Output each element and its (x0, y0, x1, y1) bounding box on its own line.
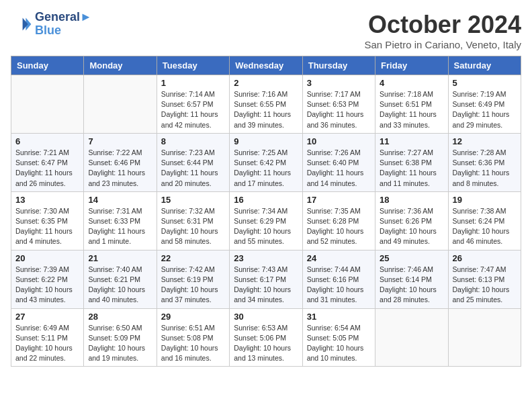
calendar-cell: 23Sunrise: 7:43 AMSunset: 6:17 PMDayligh… (230, 250, 302, 308)
calendar-cell: 21Sunrise: 7:40 AMSunset: 6:21 PMDayligh… (84, 250, 157, 308)
day-number: 21 (88, 253, 152, 263)
day-number: 28 (88, 312, 152, 322)
calendar-cell (11, 75, 84, 134)
day-info: Sunrise: 7:17 AMSunset: 6:53 PMDaylight:… (307, 89, 371, 130)
weekday-header-sunday: Sunday (11, 56, 84, 75)
logo: General► Blue (11, 11, 92, 38)
calendar-cell: 27Sunrise: 6:49 AMSunset: 5:11 PMDayligh… (11, 308, 84, 367)
day-info: Sunrise: 7:46 AMSunset: 6:14 PMDaylight:… (380, 265, 443, 306)
day-info: Sunrise: 6:51 AMSunset: 5:08 PMDaylight:… (161, 323, 225, 364)
calendar-cell: 4Sunrise: 7:18 AMSunset: 6:51 PMDaylight… (375, 75, 448, 134)
calendar-cell: 16Sunrise: 7:34 AMSunset: 6:29 PMDayligh… (230, 191, 302, 250)
day-info: Sunrise: 7:23 AMSunset: 6:44 PMDaylight:… (161, 148, 225, 189)
calendar-cell (84, 75, 157, 134)
day-number: 15 (161, 195, 225, 205)
day-number: 19 (453, 195, 517, 205)
calendar-body: 1Sunrise: 7:14 AMSunset: 6:57 PMDaylight… (11, 75, 521, 367)
day-number: 6 (15, 136, 79, 146)
calendar-cell: 7Sunrise: 7:22 AMSunset: 6:46 PMDaylight… (84, 133, 157, 191)
calendar-cell: 25Sunrise: 7:46 AMSunset: 6:14 PMDayligh… (375, 250, 448, 308)
calendar-cell: 26Sunrise: 7:47 AMSunset: 6:13 PMDayligh… (448, 250, 521, 308)
day-number: 20 (15, 253, 79, 263)
calendar-cell: 3Sunrise: 7:17 AMSunset: 6:53 PMDaylight… (302, 75, 375, 134)
day-number: 8 (161, 136, 225, 146)
day-number: 29 (161, 312, 225, 322)
day-info: Sunrise: 7:38 AMSunset: 6:24 PMDaylight:… (453, 206, 517, 247)
calendar-cell: 1Sunrise: 7:14 AMSunset: 6:57 PMDaylight… (157, 75, 229, 134)
calendar-cell: 14Sunrise: 7:31 AMSunset: 6:33 PMDayligh… (84, 191, 157, 250)
day-number: 27 (15, 312, 79, 322)
day-info: Sunrise: 7:40 AMSunset: 6:21 PMDaylight:… (88, 265, 152, 306)
calendar-cell (448, 308, 521, 367)
day-number: 10 (307, 136, 371, 146)
calendar-cell: 12Sunrise: 7:28 AMSunset: 6:36 PMDayligh… (448, 133, 521, 191)
weekday-header-wednesday: Wednesday (230, 56, 302, 75)
day-info: Sunrise: 7:39 AMSunset: 6:22 PMDaylight:… (15, 265, 79, 306)
page-header: General► Blue October 2024 San Pietro in… (11, 11, 521, 50)
week-row-1: 1Sunrise: 7:14 AMSunset: 6:57 PMDaylight… (11, 75, 521, 134)
calendar-cell: 22Sunrise: 7:42 AMSunset: 6:19 PMDayligh… (157, 250, 229, 308)
day-info: Sunrise: 7:22 AMSunset: 6:46 PMDaylight:… (88, 148, 152, 189)
day-number: 22 (161, 253, 225, 263)
week-row-5: 27Sunrise: 6:49 AMSunset: 5:11 PMDayligh… (11, 308, 521, 367)
day-number: 1 (161, 78, 225, 88)
day-info: Sunrise: 7:16 AMSunset: 6:55 PMDaylight:… (234, 89, 298, 130)
weekday-header-row: SundayMondayTuesdayWednesdayThursdayFrid… (11, 56, 521, 75)
day-number: 26 (453, 253, 517, 263)
calendar-cell: 18Sunrise: 7:36 AMSunset: 6:26 PMDayligh… (375, 191, 448, 250)
day-number: 9 (234, 136, 298, 146)
day-number: 24 (307, 253, 371, 263)
day-info: Sunrise: 7:47 AMSunset: 6:13 PMDaylight:… (453, 265, 517, 306)
day-info: Sunrise: 7:14 AMSunset: 6:57 PMDaylight:… (161, 89, 225, 130)
day-number: 7 (88, 136, 152, 146)
logo-icon (11, 13, 32, 35)
calendar-cell: 10Sunrise: 7:26 AMSunset: 6:40 PMDayligh… (302, 133, 375, 191)
calendar-cell: 2Sunrise: 7:16 AMSunset: 6:55 PMDaylight… (230, 75, 302, 134)
day-info: Sunrise: 7:44 AMSunset: 6:16 PMDaylight:… (307, 265, 371, 306)
weekday-header-tuesday: Tuesday (157, 56, 229, 75)
week-row-4: 20Sunrise: 7:39 AMSunset: 6:22 PMDayligh… (11, 250, 521, 308)
day-number: 30 (234, 312, 298, 322)
week-row-3: 13Sunrise: 7:30 AMSunset: 6:35 PMDayligh… (11, 191, 521, 250)
weekday-header-monday: Monday (84, 56, 157, 75)
day-info: Sunrise: 7:21 AMSunset: 6:47 PMDaylight:… (15, 148, 79, 189)
day-number: 4 (380, 78, 443, 88)
day-number: 2 (234, 78, 298, 88)
calendar-cell: 24Sunrise: 7:44 AMSunset: 6:16 PMDayligh… (302, 250, 375, 308)
day-info: Sunrise: 7:35 AMSunset: 6:28 PMDaylight:… (307, 206, 371, 247)
calendar-cell: 19Sunrise: 7:38 AMSunset: 6:24 PMDayligh… (448, 191, 521, 250)
calendar-cell: 28Sunrise: 6:50 AMSunset: 5:09 PMDayligh… (84, 308, 157, 367)
location: San Pietro in Cariano, Veneto, Italy (365, 39, 521, 50)
calendar-table: SundayMondayTuesdayWednesdayThursdayFrid… (11, 56, 521, 367)
day-number: 11 (380, 136, 443, 146)
weekday-header-friday: Friday (375, 56, 448, 75)
day-info: Sunrise: 6:50 AMSunset: 5:09 PMDaylight:… (88, 323, 152, 364)
day-info: Sunrise: 7:28 AMSunset: 6:36 PMDaylight:… (453, 148, 517, 189)
day-number: 3 (307, 78, 371, 88)
day-number: 23 (234, 253, 298, 263)
day-number: 5 (453, 78, 517, 88)
calendar-cell: 15Sunrise: 7:32 AMSunset: 6:31 PMDayligh… (157, 191, 229, 250)
day-info: Sunrise: 6:53 AMSunset: 5:06 PMDaylight:… (234, 323, 298, 364)
day-info: Sunrise: 6:54 AMSunset: 5:05 PMDaylight:… (307, 323, 371, 364)
month-title: October 2024 (365, 11, 521, 39)
calendar-cell: 17Sunrise: 7:35 AMSunset: 6:28 PMDayligh… (302, 191, 375, 250)
day-info: Sunrise: 7:31 AMSunset: 6:33 PMDaylight:… (88, 206, 152, 247)
day-info: Sunrise: 7:32 AMSunset: 6:31 PMDaylight:… (161, 206, 225, 247)
day-number: 31 (307, 312, 371, 322)
day-number: 18 (380, 195, 443, 205)
calendar-cell: 30Sunrise: 6:53 AMSunset: 5:06 PMDayligh… (230, 308, 302, 367)
day-number: 13 (15, 195, 79, 205)
title-block: October 2024 San Pietro in Cariano, Vene… (365, 11, 521, 50)
weekday-header-saturday: Saturday (448, 56, 521, 75)
calendar-cell: 31Sunrise: 6:54 AMSunset: 5:05 PMDayligh… (302, 308, 375, 367)
calendar-cell (375, 308, 448, 367)
day-info: Sunrise: 7:27 AMSunset: 6:38 PMDaylight:… (380, 148, 443, 189)
day-info: Sunrise: 7:43 AMSunset: 6:17 PMDaylight:… (234, 265, 298, 306)
day-info: Sunrise: 7:36 AMSunset: 6:26 PMDaylight:… (380, 206, 443, 247)
calendar-cell: 5Sunrise: 7:19 AMSunset: 6:49 PMDaylight… (448, 75, 521, 134)
day-info: Sunrise: 7:18 AMSunset: 6:51 PMDaylight:… (380, 89, 443, 130)
day-info: Sunrise: 7:19 AMSunset: 6:49 PMDaylight:… (453, 89, 517, 130)
day-info: Sunrise: 6:49 AMSunset: 5:11 PMDaylight:… (15, 323, 79, 364)
day-number: 16 (234, 195, 298, 205)
